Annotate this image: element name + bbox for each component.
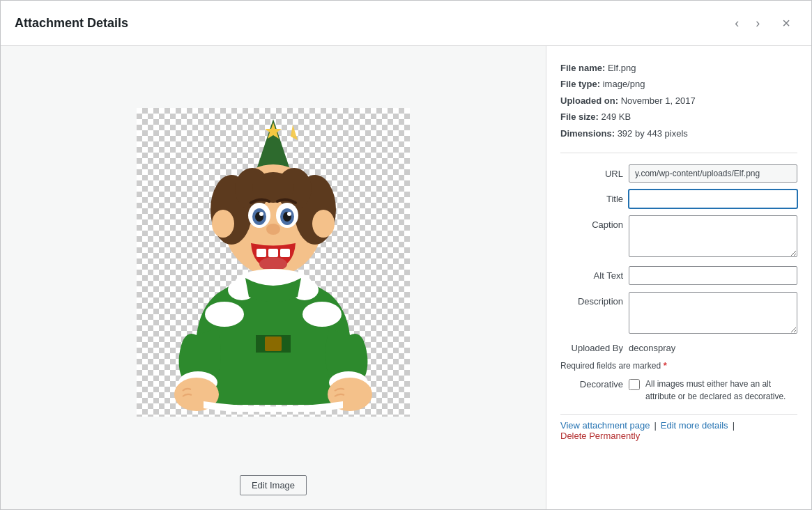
decorative-description: All images must either have an alt attri… xyxy=(645,378,797,403)
file-type-label: File type: xyxy=(560,79,600,89)
title-input[interactable] xyxy=(629,190,797,208)
caption-input[interactable] xyxy=(629,215,797,257)
alt-text-label: Alt Text xyxy=(560,266,623,281)
file-size-label: File size: xyxy=(560,111,599,122)
url-label: URL xyxy=(560,164,623,179)
footer-sep-1: | xyxy=(650,420,660,431)
description-input[interactable] xyxy=(629,292,797,334)
modal-title: Attachment Details xyxy=(15,16,128,31)
svg-marker-2 xyxy=(291,125,298,140)
dimensions-row: Dimensions: 392 by 443 pixels xyxy=(560,125,797,141)
chevron-right-icon: › xyxy=(756,17,760,29)
file-name-row: File name: Elf.png xyxy=(560,60,797,76)
description-field-wrapper xyxy=(629,292,797,336)
required-notice-text: Required fields are marked xyxy=(560,361,661,371)
elf-figure xyxy=(137,108,410,417)
image-wrapper xyxy=(137,60,410,464)
file-meta: File name: Elf.png File type: image/png … xyxy=(560,60,797,153)
file-size-row: File size: 249 KB xyxy=(560,109,797,125)
svg-rect-36 xyxy=(265,337,282,351)
decorative-content: All images must either have an alt attri… xyxy=(629,378,797,403)
alt-text-field-wrapper xyxy=(629,266,797,285)
chevron-left-icon: ‹ xyxy=(735,17,739,29)
uploaded-on-value: November 1, 2017 xyxy=(621,95,696,106)
description-row: Description xyxy=(560,292,797,336)
modal-body: Edit Image File name: Elf.png File type:… xyxy=(1,46,811,509)
svg-point-9 xyxy=(252,172,294,203)
modal-navigation: ‹ › × xyxy=(728,12,797,34)
next-button[interactable]: › xyxy=(749,13,767,33)
url-field-wrapper xyxy=(629,164,797,183)
prev-button[interactable]: ‹ xyxy=(728,13,746,33)
title-row: Title xyxy=(560,190,797,208)
url-row: URL xyxy=(560,164,797,183)
svg-point-16 xyxy=(259,212,263,216)
view-attachment-link[interactable]: View attachment page xyxy=(560,420,650,431)
svg-point-24 xyxy=(312,210,335,238)
alt-text-row: Alt Text xyxy=(560,266,797,285)
caption-field-wrapper xyxy=(629,215,797,259)
required-star: * xyxy=(664,360,667,371)
svg-rect-19 xyxy=(256,249,266,257)
alt-text-input[interactable] xyxy=(629,266,797,285)
title-field-wrapper xyxy=(629,190,797,208)
required-notice: Required fields are marked * xyxy=(560,360,797,371)
uploaded-by-row: Uploaded By deconspray xyxy=(560,343,797,353)
file-size-value: 249 KB xyxy=(602,111,631,122)
dimensions-label: Dimensions: xyxy=(560,128,615,139)
svg-point-30 xyxy=(302,302,342,327)
image-panel: Edit Image xyxy=(1,46,546,509)
uploaded-on-label: Uploaded on: xyxy=(560,95,618,106)
delete-permanently-link[interactable]: Delete Permanently xyxy=(560,431,640,441)
file-name-label: File name: xyxy=(560,63,605,73)
edit-image-button[interactable]: Edit Image xyxy=(240,475,307,495)
file-type-value: image/png xyxy=(603,79,645,89)
footer-sep-2: | xyxy=(728,420,739,431)
dimensions-value: 392 by 443 pixels xyxy=(618,128,688,139)
caption-row: Caption xyxy=(560,215,797,259)
svg-rect-21 xyxy=(280,249,290,257)
description-label: Description xyxy=(560,292,623,307)
svg-point-18 xyxy=(266,224,280,235)
image-preview xyxy=(137,108,410,417)
svg-point-29 xyxy=(205,302,244,327)
modal-header: Attachment Details ‹ › × xyxy=(1,1,811,46)
fields-section: URL Title Caption xyxy=(560,164,797,403)
uploaded-by-value: deconspray xyxy=(629,343,675,353)
decorative-row: Decorative All images must either have a… xyxy=(560,378,797,403)
file-type-row: File type: image/png xyxy=(560,76,797,92)
footer-links: View attachment page | Edit more details… xyxy=(560,414,797,441)
file-name-value: Elf.png xyxy=(608,63,636,73)
caption-label: Caption xyxy=(560,215,623,230)
decorative-label: Decorative xyxy=(560,378,623,389)
close-button[interactable]: × xyxy=(775,12,797,34)
close-icon: × xyxy=(782,16,790,30)
details-panel: File name: Elf.png File type: image/png … xyxy=(546,46,811,509)
uploaded-on-row: Uploaded on: November 1, 2017 xyxy=(560,93,797,109)
url-input[interactable] xyxy=(629,164,797,183)
attachment-details-modal: Attachment Details ‹ › × xyxy=(0,0,812,510)
title-label: Title xyxy=(560,190,623,204)
decorative-checkbox[interactable] xyxy=(629,379,640,390)
uploaded-by-label: Uploaded By xyxy=(560,343,623,353)
svg-point-23 xyxy=(212,210,234,238)
elf-svg xyxy=(148,112,399,412)
svg-point-17 xyxy=(287,212,291,216)
svg-rect-20 xyxy=(268,249,278,257)
edit-more-details-link[interactable]: Edit more details xyxy=(661,420,728,431)
